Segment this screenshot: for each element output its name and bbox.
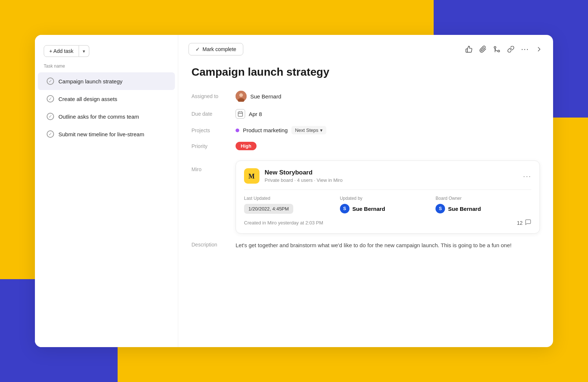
add-task-dropdown-button[interactable]: ▾ (79, 45, 89, 57)
mark-complete-label: Mark complete (202, 46, 236, 52)
miro-footer-row: Created in Miro yesterday at 2:03 PM 12 (244, 219, 531, 227)
description-section: Description Let's get together and brain… (178, 234, 553, 261)
miro-section: Miro M New Storyboard Private board · 4 … (178, 154, 553, 234)
task-detail-title: Campaign launch strategy (178, 59, 553, 87)
right-panel: ✓ Mark complete (178, 35, 553, 347)
task-item-4[interactable]: ✓ Submit new timeline for live-stream (38, 125, 175, 143)
task-check-icon-4: ✓ (47, 130, 54, 138)
miro-label: Miro (191, 161, 236, 234)
task-name-3: Outline asks for the comms team (58, 113, 139, 120)
assigned-to-label: Assigned to (191, 93, 236, 99)
project-color-dot (236, 129, 239, 132)
due-date-row: Due date Apr 8 (191, 105, 540, 122)
board-owner-label: Board Owner (435, 196, 531, 201)
branch-icon[interactable] (493, 46, 501, 53)
fields-section: Assigned to Sue Bernard Due date (178, 87, 553, 154)
calendar-icon (236, 109, 245, 119)
miro-logo-icon: M (244, 168, 259, 184)
miro-updated-by-col: Updated by S Sue Bernard (340, 196, 436, 213)
toolbar-actions: ··· (465, 44, 543, 54)
svg-rect-5 (238, 112, 243, 116)
board-owner-name: Sue Bernard (448, 206, 481, 212)
description-text: Let's get together and brainstorm what w… (236, 241, 540, 250)
avatar (236, 91, 247, 102)
main-card: + Add task ▾ Task name ✓ Campaign launch… (35, 35, 553, 347)
task-item-3[interactable]: ✓ Outline asks for the comms team (38, 108, 175, 125)
board-owner-avatar: S (435, 204, 445, 213)
updated-by-value: S Sue Bernard (340, 204, 436, 213)
add-task-label: + Add task (49, 48, 74, 54)
projects-row: Projects Product marketing Next Steps ▾ (191, 122, 540, 138)
miro-created-text: Created in Miro yesterday at 2:03 PM (244, 220, 323, 226)
board-owner-value: S Sue Bernard (435, 204, 531, 213)
task-item-2[interactable]: ✓ Create all design assets (38, 90, 175, 108)
task-name-1: Campaign launch strategy (58, 78, 122, 84)
updated-by-label: Updated by (340, 196, 436, 201)
task-name-2: Create all design assets (58, 96, 117, 102)
projects-label: Projects (191, 127, 236, 133)
comment-icon (525, 219, 531, 227)
add-task-button[interactable]: + Add task (44, 45, 79, 57)
link-icon[interactable] (507, 46, 514, 53)
updated-by-avatar: S (340, 204, 349, 213)
miro-comment-count[interactable]: 12 (517, 219, 531, 227)
miro-board-owner-col: Board Owner S Sue Bernard (435, 196, 531, 213)
priority-row: Priority High (191, 138, 540, 154)
more-options-icon[interactable]: ··· (521, 44, 529, 54)
due-date-value[interactable]: Apr 8 (236, 109, 262, 119)
miro-board-meta: Private board · 4 users · View in Miro (265, 177, 343, 183)
task-check-icon-3: ✓ (47, 113, 54, 120)
chevron-down-icon: ▾ (320, 127, 323, 133)
project-name: Product marketing (243, 127, 288, 133)
assigned-to-value: Sue Bernard (236, 91, 281, 102)
miro-card-info: New Storyboard Private board · 4 users ·… (265, 169, 343, 183)
left-panel: + Add task ▾ Task name ✓ Campaign launch… (35, 35, 178, 347)
detail-toolbar: ✓ Mark complete (178, 35, 553, 59)
left-header: + Add task ▾ (35, 45, 178, 64)
mark-complete-button[interactable]: ✓ Mark complete (189, 43, 243, 55)
task-name-4: Submit new timeline for live-stream (58, 131, 144, 137)
task-check-icon-2: ✓ (47, 95, 54, 102)
priority-value: High (236, 142, 257, 150)
assigned-to-row: Assigned to Sue Bernard (191, 87, 540, 105)
task-list-column-header: Task name (35, 64, 178, 72)
next-steps-label: Next Steps (295, 127, 319, 133)
due-date-label: Due date (191, 111, 236, 117)
updated-by-name: Sue Bernard (352, 206, 385, 212)
assigned-to-name: Sue Bernard (250, 93, 281, 100)
miro-card-header: M New Storyboard Private board · 4 users… (244, 168, 531, 184)
miro-card-menu-icon[interactable]: ··· (523, 172, 531, 180)
projects-value: Product marketing Next Steps ▾ (236, 126, 326, 134)
chevron-down-icon: ▾ (83, 48, 85, 54)
priority-badge[interactable]: High (236, 142, 257, 150)
svg-text:M: M (248, 173, 255, 180)
next-steps-tag[interactable]: Next Steps ▾ (291, 126, 327, 134)
attach-icon[interactable] (479, 46, 487, 53)
open-detail-icon[interactable] (535, 46, 543, 53)
thumbs-up-icon[interactable] (465, 46, 473, 53)
miro-divider (244, 190, 531, 190)
svg-point-3 (239, 93, 243, 97)
miro-last-updated-col: Last Updated 1/20/2022, 4:45PM (244, 196, 340, 214)
description-label: Description (191, 241, 236, 250)
last-updated-label: Last Updated (244, 196, 340, 201)
task-item-1[interactable]: ✓ Campaign launch strategy (38, 72, 175, 90)
comment-count-value: 12 (517, 220, 523, 226)
last-updated-value: 1/20/2022, 4:45PM (244, 204, 293, 214)
miro-board-name: New Storyboard (265, 169, 343, 176)
priority-label: Priority (191, 143, 236, 149)
task-check-icon-1: ✓ (47, 78, 54, 85)
due-date-text: Apr 8 (249, 111, 262, 117)
miro-card: M New Storyboard Private board · 4 users… (236, 161, 540, 234)
miro-meta-row: Last Updated 1/20/2022, 4:45PM Updated b… (244, 196, 531, 214)
checkmark-icon: ✓ (196, 46, 200, 52)
